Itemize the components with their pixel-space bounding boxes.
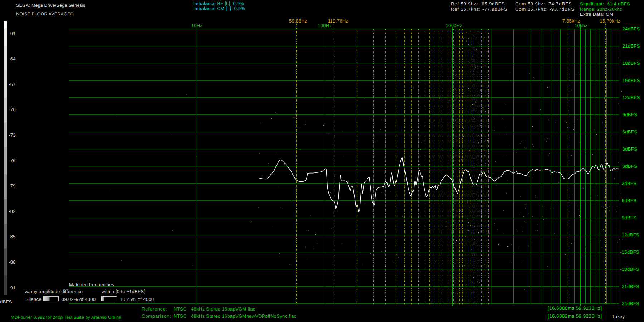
svg-text:Reference:: Reference:	[142, 306, 167, 312]
svg-text:7.85kHz: 7.85kHz	[562, 18, 580, 24]
svg-text:Significant: -61.4 dBFS: Significant: -61.4 dBFS	[580, 1, 630, 6]
svg-text:MDFourier 0.992 for 240p Test: MDFourier 0.992 for 240p Test Suite by A…	[11, 315, 121, 320]
svg-text:-91: -91	[9, 285, 16, 291]
svg-text:-24dBFS: -24dBFS	[620, 301, 639, 306]
svg-text:dBFS: dBFS	[0, 299, 12, 304]
svg-text:6dBFS: 6dBFS	[623, 129, 638, 135]
svg-text:100Hz: 100Hz	[318, 23, 332, 28]
svg-text:48kHz Stereo 16bapVGMnewVDPoff: 48kHz Stereo 16bapVGMnewVDPoffNoSync.fla…	[191, 313, 297, 319]
svg-text:Silence: Silence	[25, 297, 42, 302]
svg-text:Range: 20hz-20khz: Range: 20hz-20khz	[580, 6, 622, 12]
svg-text:-67: -67	[9, 82, 16, 87]
svg-text:-64: -64	[9, 56, 16, 62]
svg-text:SEGA: Mega Drive/Sega Genesis: SEGA: Mega Drive/Sega Genesis	[16, 3, 85, 8]
svg-text:-82: -82	[9, 209, 16, 214]
svg-text:-21dBFS: -21dBFS	[620, 284, 639, 289]
svg-text:-15dBFS: -15dBFS	[620, 249, 639, 255]
svg-text:Extra Data: ON: Extra Data: ON	[580, 11, 613, 17]
svg-text:10Hz: 10Hz	[191, 23, 203, 28]
svg-text:12dBFS: 12dBFS	[623, 95, 640, 100]
svg-text:Comparison:: Comparison:	[142, 313, 171, 319]
svg-text:Matched frequencies: Matched frequencies	[69, 282, 114, 287]
svg-text:48kHz Stereo 16bapVGM.flac: 48kHz Stereo 16bapVGM.flac	[191, 306, 255, 312]
svg-text:18dBFS: 18dBFS	[623, 60, 640, 66]
svg-text:Com 59.9hz: -74.7dBFS: Com 59.9hz: -74.7dBFS	[515, 1, 572, 6]
svg-text:15.70kHz: 15.70kHz	[600, 18, 620, 24]
svg-text:-70: -70	[9, 107, 16, 112]
svg-text:Imbalance RF [L]: 0.9%: Imbalance RF [L]: 0.9%	[193, 1, 244, 6]
svg-text:9dBFS: 9dBFS	[623, 112, 638, 117]
svg-text:-61: -61	[9, 31, 16, 36]
svg-text:Ref 59.9hz: -65.9dBFS: Ref 59.9hz: -65.9dBFS	[451, 1, 505, 6]
svg-text:15dBFS: 15dBFS	[623, 78, 640, 83]
svg-text:-76: -76	[9, 158, 16, 163]
svg-text:Ref 15.7khz: -77.9dBFS: Ref 15.7khz: -77.9dBFS	[451, 6, 508, 12]
svg-text:w/any amplitude difference: w/any amplitude difference	[24, 289, 83, 294]
svg-text:[16.6880ms 59.9233Hz]: [16.6880ms 59.9233Hz]	[548, 306, 602, 311]
svg-text:10.25% of 4000: 10.25% of 4000	[120, 297, 154, 302]
svg-text:NOISE FLOOR AVERAGED: NOISE FLOOR AVERAGED	[16, 11, 74, 16]
svg-text:NTSC: NTSC	[174, 306, 187, 312]
svg-text:39.02% of 4000: 39.02% of 4000	[62, 297, 96, 302]
svg-text:Com 15.7khz: -93.7dBFS: Com 15.7khz: -93.7dBFS	[515, 6, 575, 12]
svg-text:1000Hz: 1000Hz	[446, 23, 463, 28]
svg-text:119.76Hz: 119.76Hz	[328, 18, 348, 24]
svg-text:-85: -85	[9, 234, 16, 239]
svg-text:-18dBFS: -18dBFS	[620, 267, 639, 272]
svg-text:-6dBFS: -6dBFS	[620, 198, 636, 203]
svg-text:-73: -73	[9, 132, 16, 138]
svg-text:10khz: 10khz	[575, 23, 587, 28]
svg-text:59.88Hz: 59.88Hz	[289, 18, 307, 24]
svg-text:0dBFS: 0dBFS	[623, 164, 638, 169]
svg-text:Tukey: Tukey	[612, 314, 625, 319]
svg-text:3dBFS: 3dBFS	[623, 146, 638, 152]
svg-text:NTSC: NTSC	[174, 313, 187, 319]
svg-text:-88: -88	[9, 259, 16, 265]
svg-text:21dBFS: 21dBFS	[623, 43, 640, 49]
svg-text:-9dBFS: -9dBFS	[620, 215, 636, 220]
svg-text:-12dBFS: -12dBFS	[620, 232, 639, 238]
svg-text:24dBFS: 24dBFS	[623, 26, 640, 31]
svg-text:within [0 to ±1dBFS]: within [0 to ±1dBFS]	[101, 289, 145, 294]
svg-text:Imbalance CM [L]: 0.9%: Imbalance CM [L]: 0.9%	[193, 6, 245, 11]
svg-text:[16.6882ms 59.9225Hz]: [16.6882ms 59.9225Hz]	[548, 313, 602, 319]
svg-text:-3dBFS: -3dBFS	[620, 181, 636, 186]
svg-text:-79: -79	[9, 183, 16, 189]
